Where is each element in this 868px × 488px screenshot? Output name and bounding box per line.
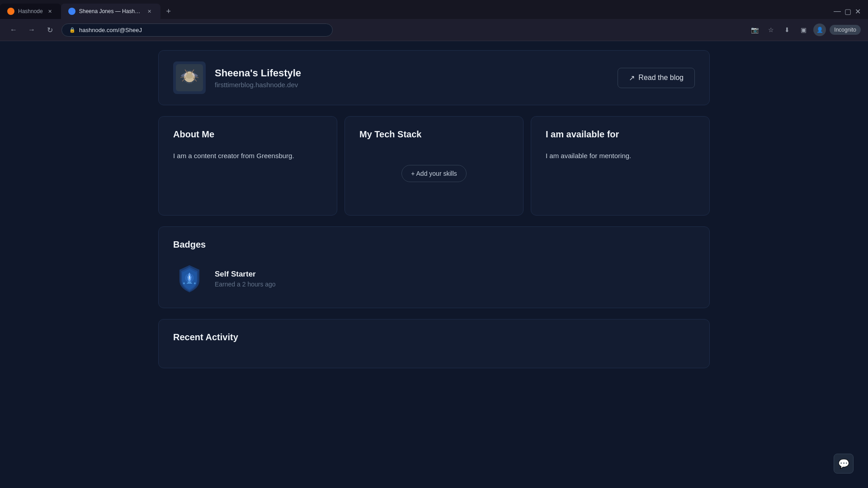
- tab-title-hashnode: Hashnode: [18, 8, 43, 14]
- svg-rect-16: [187, 283, 192, 284]
- svg-point-13: [183, 282, 185, 284]
- blog-avatar-image: [176, 64, 203, 91]
- new-tab-button[interactable]: +: [162, 5, 175, 18]
- read-blog-label: Read the blog: [638, 74, 684, 82]
- tab-hashnode[interactable]: Hashnode ✕: [0, 4, 61, 19]
- address-bar-actions: 📷 ☆ ⬇ ▣ 👤 Incognito: [748, 23, 861, 36]
- tech-stack-body: + Add your skills: [359, 150, 509, 197]
- restore-button[interactable]: ▢: [844, 7, 851, 16]
- refresh-button[interactable]: ↻: [43, 23, 56, 36]
- url-text: hashnode.com/@SheeJ: [79, 27, 142, 33]
- recent-activity-card: Recent Activity: [158, 319, 710, 368]
- badges-title: Badges: [173, 239, 695, 250]
- lock-icon: 🔒: [69, 27, 75, 33]
- badge-earned-text: Earned a 2 hours ago: [215, 281, 276, 288]
- available-for-title: I am available for: [546, 129, 695, 140]
- svg-point-14: [194, 282, 196, 284]
- badge-icon-container: [173, 263, 206, 295]
- read-blog-arrow-icon: ↗: [629, 74, 635, 82]
- badge-name: Self Starter: [215, 270, 276, 279]
- download-icon[interactable]: ⬇: [781, 23, 793, 36]
- url-bar[interactable]: 🔒 hashnode.com/@SheeJ: [61, 23, 333, 37]
- browser-chrome: Hashnode ✕ Sheena Jones — Hashnode ✕ + —…: [0, 0, 868, 41]
- tab-title-sheena: Sheena Jones — Hashnode: [79, 8, 142, 14]
- cards-row: About Me I am a content creator from Gre…: [158, 116, 710, 216]
- forward-button[interactable]: →: [25, 23, 38, 36]
- tab-bar: Hashnode ✕ Sheena Jones — Hashnode ✕ + —…: [0, 0, 868, 19]
- badges-card: Badges: [158, 226, 710, 308]
- tab-close-sheena[interactable]: ✕: [146, 8, 153, 15]
- about-me-title: About Me: [173, 129, 322, 140]
- tab-favicon-sheena: [68, 8, 75, 15]
- camera-off-icon[interactable]: 📷: [748, 23, 761, 36]
- blog-avatar: [173, 61, 206, 94]
- tab-close-hashnode[interactable]: ✕: [47, 8, 54, 15]
- tech-stack-card: My Tech Stack + Add your skills: [344, 116, 524, 216]
- blog-card: Sheena's Lifestyle firsttimerblog.hashno…: [158, 50, 710, 105]
- address-bar: ← → ↻ 🔒 hashnode.com/@SheeJ 📷 ☆ ⬇ ▣ 👤 In…: [0, 19, 868, 41]
- profile-icon[interactable]: 👤: [813, 23, 826, 36]
- blog-name: Sheena's Lifestyle: [215, 67, 301, 79]
- available-for-card: I am available for I am available for me…: [531, 116, 710, 216]
- blog-text: Sheena's Lifestyle firsttimerblog.hashno…: [215, 67, 301, 89]
- blog-card-wrapper: Sheena's Lifestyle firsttimerblog.hashno…: [158, 41, 710, 105]
- close-window-button[interactable]: ✕: [855, 7, 861, 16]
- add-skills-button[interactable]: + Add your skills: [401, 165, 467, 182]
- tech-stack-title: My Tech Stack: [359, 129, 509, 140]
- page-content: Sheena's Lifestyle firsttimerblog.hashno…: [0, 41, 868, 488]
- back-button[interactable]: ←: [7, 23, 20, 36]
- badge-text: Self Starter Earned a 2 hours ago: [215, 270, 276, 288]
- blog-url: firsttimerblog.hashnode.dev: [215, 81, 301, 89]
- svg-rect-15: [188, 282, 191, 283]
- about-me-card: About Me I am a content creator from Gre…: [158, 116, 337, 216]
- tab-sheena[interactable]: Sheena Jones — Hashnode ✕: [61, 4, 160, 19]
- recent-activity-title: Recent Activity: [173, 332, 695, 343]
- chat-widget[interactable]: 💬: [834, 454, 854, 474]
- self-starter-badge-icon: [174, 263, 205, 294]
- minimize-button[interactable]: —: [834, 7, 841, 15]
- chat-icon: 💬: [838, 458, 849, 469]
- bookmark-star-icon[interactable]: ☆: [764, 23, 777, 36]
- sidebar-toggle-icon[interactable]: ▣: [797, 23, 810, 36]
- blog-info: Sheena's Lifestyle firsttimerblog.hashno…: [173, 61, 301, 94]
- read-blog-button[interactable]: ↗ Read the blog: [618, 68, 695, 88]
- badge-item-self-starter: Self Starter Earned a 2 hours ago: [173, 263, 695, 295]
- incognito-badge: Incognito: [830, 25, 861, 35]
- tab-favicon-hashnode: [7, 8, 14, 15]
- about-me-body: I am a content creator from Greensburg.: [173, 150, 322, 161]
- available-for-body: I am available for mentoring.: [546, 150, 695, 161]
